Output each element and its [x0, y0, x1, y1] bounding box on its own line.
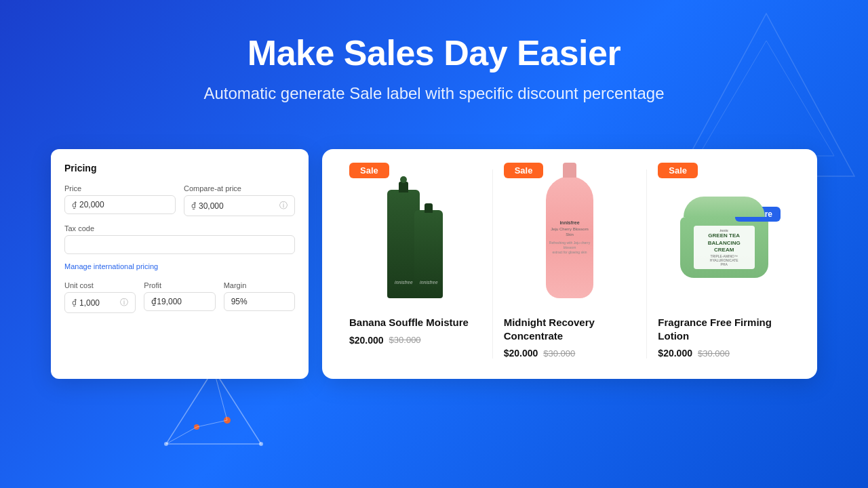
hero-title: Make Sales Day Easier	[0, 33, 868, 73]
green-jar-lid	[684, 197, 765, 217]
tax-code-field: Tax code	[64, 224, 295, 254]
product-price-original-1: $30.000	[389, 335, 421, 345]
unit-cost-label: Unit cost	[64, 281, 136, 289]
profit-value: ₫19,000	[151, 297, 182, 306]
margin-input-wrapper: 95%	[224, 292, 295, 311]
product-item-1: Sale innisfree innisfree Banana Souffle …	[338, 169, 493, 359]
unit-cost-field: Unit cost ₫ ⓘ	[64, 281, 136, 313]
margin-value: 95%	[231, 297, 248, 306]
price-label: Price	[64, 184, 176, 192]
price-currency: ₫	[72, 201, 77, 209]
hero-subtitle: Automatic generate Sale label with speci…	[0, 84, 868, 103]
jar-name: GREEN TEABALANCING CREAM	[698, 232, 751, 253]
product-image-2: innisfree Jeju Cherry Blossom Skin Refre…	[504, 169, 636, 305]
jar-label-box: innis GREEN TEABALANCING CREAM TRIPLE-AM…	[694, 226, 755, 268]
product-prices-3: $20.000 $30.000	[658, 348, 790, 359]
profit-input-wrapper: ₫19,000	[144, 292, 215, 311]
svg-marker-2	[166, 369, 261, 444]
content-area: Pricing Price ₫ Compare-at price ₫ ⓘ Tax…	[51, 149, 817, 379]
unit-cost-input-wrapper[interactable]: ₫ ⓘ	[64, 292, 136, 313]
profit-label: Profit	[144, 281, 215, 289]
sale-badge-1: Sale	[349, 163, 389, 178]
pink-bottle: innisfree Jeju Cherry Blossom Skin Refre…	[546, 176, 593, 298]
price-field: Price ₫	[64, 184, 176, 216]
margin-field: Margin 95%	[224, 281, 295, 313]
product-prices-1: $20.000 $30.000	[349, 335, 481, 346]
margin-label: Margin	[224, 281, 295, 289]
product-image-1: innisfree innisfree	[349, 169, 481, 305]
product-item-3: Sale Feature innis GREEN TEABALANCING CR…	[647, 169, 801, 359]
product-price-original-3: $30.000	[698, 348, 730, 359]
product-price-current-3: $20.000	[658, 348, 692, 359]
product-image-3: innis GREEN TEABALANCING CREAM TRIPLE-AM…	[658, 169, 790, 305]
product-price-current-2: $20.000	[504, 348, 538, 359]
sale-badge-3: Sale	[658, 163, 698, 178]
product-name-3: Fragrance Free Firming Lotion	[658, 316, 790, 342]
innisfree-label-1: innisfree	[395, 280, 412, 285]
compare-price-field: Compare-at price ₫ ⓘ	[184, 184, 295, 216]
unit-cost-info-icon[interactable]: ⓘ	[120, 297, 128, 308]
sale-badge-2: Sale	[504, 163, 544, 178]
compare-currency: ₫	[191, 201, 196, 210]
products-card: Sale innisfree innisfree Banana Souffle …	[322, 149, 817, 379]
pink-bottle-label: innisfree Jeju Cherry Blossom Skin Refre…	[546, 220, 593, 255]
compare-input-wrapper[interactable]: ₫ ⓘ	[184, 195, 295, 216]
tax-code-input[interactable]	[64, 235, 295, 254]
unit-cost-input[interactable]	[79, 298, 120, 308]
hero-section: Make Sales Day Easier Automatic generate…	[0, 0, 868, 103]
compare-label: Compare-at price	[184, 184, 295, 192]
green-jar-body: innis GREEN TEABALANCING CREAM TRIPLE-AM…	[680, 217, 768, 278]
product-name-1: Banana Souffle Moisture	[349, 316, 481, 329]
tax-label: Tax code	[64, 224, 295, 232]
product-price-current-1: $20.000	[349, 335, 384, 346]
profit-field: Profit ₫19,000	[144, 281, 215, 313]
bottle-short: innisfree	[414, 210, 443, 298]
compare-input[interactable]	[199, 201, 279, 211]
pricing-top-row: Price ₫ Compare-at price ₫ ⓘ	[64, 184, 295, 216]
pricing-card: Pricing Price ₫ Compare-at price ₫ ⓘ Tax…	[51, 149, 309, 379]
cost-row: Unit cost ₫ ⓘ Profit ₫19,000 Margin 95%	[64, 281, 295, 313]
product-name-2: Midnight Recovery Concentrate	[504, 316, 636, 342]
unit-cost-currency: ₫	[72, 298, 77, 307]
svg-line-10	[166, 427, 197, 444]
compare-info-icon[interactable]: ⓘ	[279, 200, 288, 211]
product-prices-2: $20.000 $30.000	[504, 348, 636, 359]
manage-international-pricing-link[interactable]: Manage international pricing	[64, 262, 295, 270]
price-input[interactable]	[79, 200, 168, 209]
bottle-group: innisfree innisfree	[387, 176, 443, 298]
product-price-original-2: $30.000	[543, 348, 575, 359]
svg-line-9	[197, 420, 227, 427]
svg-point-4	[259, 442, 263, 446]
jar-sub: TRIPLE-AMINO™HYALURONICATEPHA	[698, 254, 751, 266]
product-item-2: Sale innisfree Jeju Cherry Blossom Skin …	[493, 169, 648, 359]
price-input-wrapper[interactable]: ₫	[64, 195, 176, 214]
innisfree-label-2: innisfree	[420, 280, 437, 285]
green-jar-container: innis GREEN TEABALANCING CREAM TRIPLE-AM…	[680, 197, 768, 278]
pricing-card-title: Pricing	[64, 163, 295, 174]
